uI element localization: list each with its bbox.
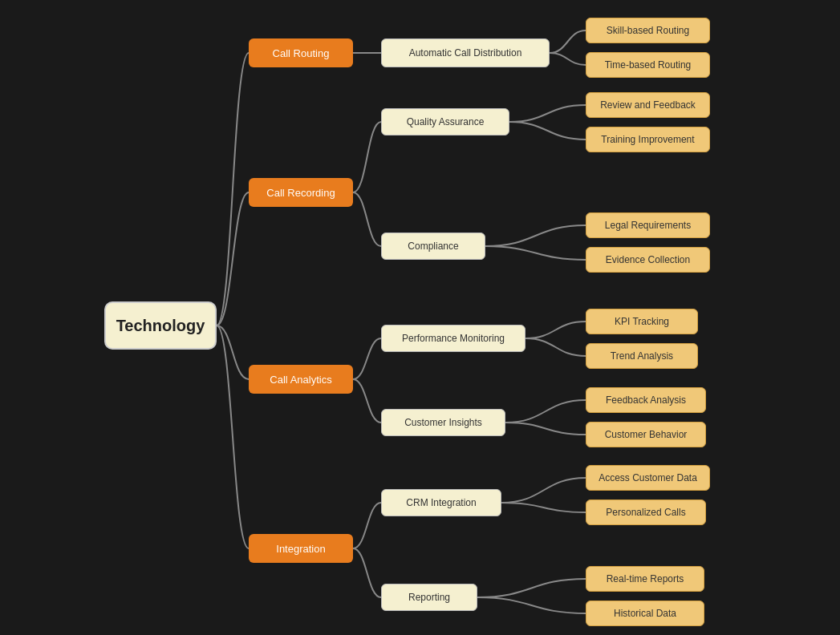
mindmap: TechnologyCall RoutingCall RecordingCall… bbox=[0, 0, 840, 635]
historical-data[interactable]: Historical Data bbox=[586, 601, 704, 626]
compliance[interactable]: Compliance bbox=[381, 233, 485, 260]
call-routing[interactable]: Call Routing bbox=[249, 38, 353, 67]
kpi-tracking[interactable]: KPI Tracking bbox=[586, 309, 698, 334]
reporting[interactable]: Reporting bbox=[381, 584, 477, 611]
evidence-collection[interactable]: Evidence Collection bbox=[586, 247, 710, 273]
quality-assurance[interactable]: Quality Assurance bbox=[381, 108, 509, 135]
root-technology[interactable]: Technology bbox=[104, 301, 217, 350]
customer-insights[interactable]: Customer Insights bbox=[381, 409, 505, 436]
skill-based-routing[interactable]: Skill-based Routing bbox=[586, 18, 710, 43]
training-improvement[interactable]: Training Improvement bbox=[586, 127, 710, 152]
customer-behavior[interactable]: Customer Behavior bbox=[586, 422, 706, 447]
feedback-analysis[interactable]: Feedback Analysis bbox=[586, 387, 706, 413]
personalized-calls[interactable]: Personalized Calls bbox=[586, 500, 706, 525]
call-recording[interactable]: Call Recording bbox=[249, 178, 353, 207]
integration[interactable]: Integration bbox=[249, 534, 353, 563]
realtime-reports[interactable]: Real-time Reports bbox=[586, 566, 704, 592]
auto-call-dist[interactable]: Automatic Call Distribution bbox=[381, 38, 550, 67]
trend-analysis[interactable]: Trend Analysis bbox=[586, 343, 698, 369]
call-analytics[interactable]: Call Analytics bbox=[249, 365, 353, 394]
legal-requirements[interactable]: Legal Requirements bbox=[586, 212, 710, 238]
review-feedback[interactable]: Review and Feedback bbox=[586, 92, 710, 118]
access-customer-data[interactable]: Access Customer Data bbox=[586, 465, 710, 491]
time-based-routing[interactable]: Time-based Routing bbox=[586, 52, 710, 78]
crm-integration[interactable]: CRM Integration bbox=[381, 489, 501, 516]
perf-monitoring[interactable]: Performance Monitoring bbox=[381, 325, 526, 352]
